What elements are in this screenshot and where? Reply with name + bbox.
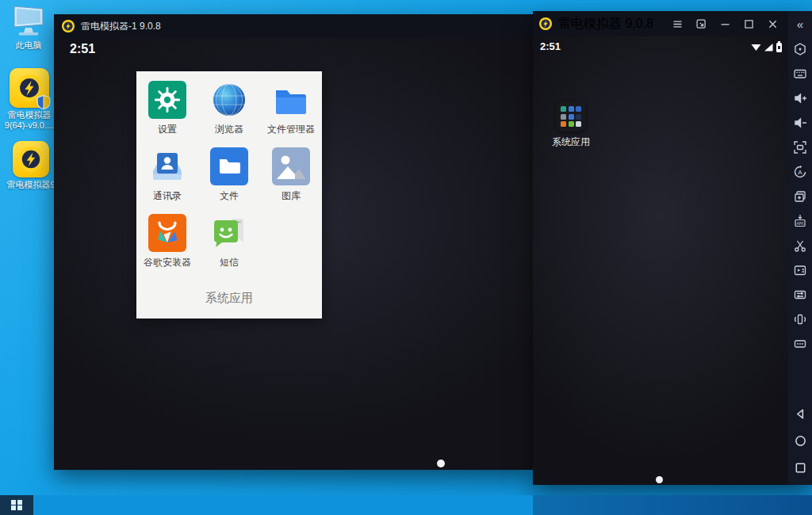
gallery-icon xyxy=(272,147,310,185)
android-back-icon[interactable] xyxy=(788,400,812,427)
app-contacts[interactable]: 通讯录 xyxy=(148,147,186,214)
ldplayer-shield-icon xyxy=(10,68,49,108)
shortcut-hexagon-icon[interactable] xyxy=(788,36,812,61)
browser-globe-icon xyxy=(210,81,248,119)
emulator2-title: 雷电模拟器 9.0.8 xyxy=(558,16,653,32)
windows-taskbar: FF xyxy=(0,495,812,515)
app-sms[interactable]: 短信 xyxy=(210,214,248,280)
app-file-manager[interactable]: 文件管理器 xyxy=(267,81,315,147)
folder-title: 系统应用 xyxy=(136,291,322,306)
sidebar-collapse-icon[interactable]: « xyxy=(788,11,812,36)
computer-icon xyxy=(10,5,47,38)
emulator-window-2: 雷电模拟器 9.0.8 2:51 xyxy=(533,11,812,485)
app-gallery[interactable]: 图库 xyxy=(272,147,310,214)
app-label: 浏览器 xyxy=(215,123,243,136)
app-label: 文件管理器 xyxy=(267,123,315,136)
sms-smiley-icon xyxy=(210,214,248,252)
google-installer-bag-icon xyxy=(148,214,186,252)
taskbar-dark-section xyxy=(533,495,812,515)
rotate-screen-icon[interactable]: A xyxy=(788,159,812,184)
emulator-toolbar-sidebar: « A xyxy=(788,11,812,485)
wifi-icon xyxy=(751,44,761,52)
app-label: 谷歌安装器 xyxy=(144,256,191,269)
svg-text:A: A xyxy=(798,169,802,176)
home-indicator-dot xyxy=(437,460,445,467)
app-label: 通讯录 xyxy=(153,189,182,203)
ldplayer-logo-icon xyxy=(539,17,552,30)
desktop-icon-label: 雷电模拟器 xyxy=(3,110,56,120)
ldplayer-icon xyxy=(13,141,49,177)
mini-mode-icon[interactable] xyxy=(695,17,707,30)
operation-recorder-icon[interactable] xyxy=(788,258,812,282)
desktop-icon-label: 此电脑 xyxy=(2,40,55,51)
files-folder-icon xyxy=(210,147,248,185)
app-label: 图库 xyxy=(282,189,301,203)
contacts-icon xyxy=(148,147,186,185)
emulator1-titlebar[interactable]: 雷电模拟器-1 9.0.8 xyxy=(54,14,533,38)
desktop-icon-label-2: 9(64)-v9.0.... xyxy=(3,120,56,131)
system-apps-folder-icon-home[interactable]: 系统应用 xyxy=(547,101,595,149)
titlebar-buttons xyxy=(671,11,779,36)
android-clock: 2:51 xyxy=(540,40,561,52)
folder-app-grid: 设置 浏览器 xyxy=(136,71,322,280)
emulator1-screen[interactable]: 2:51 xyxy=(54,38,533,470)
ldplayer-logo-icon xyxy=(62,20,75,32)
app-google-installer[interactable]: 谷歌安装器 xyxy=(144,214,191,280)
app-settings[interactable]: 设置 xyxy=(148,81,186,147)
android-recent-icon[interactable] xyxy=(788,454,812,481)
synchronizer-icon[interactable] xyxy=(788,282,812,307)
volume-down-icon[interactable] xyxy=(788,110,812,135)
minimize-icon[interactable] xyxy=(718,17,731,30)
android-clock: 2:51 xyxy=(70,42,95,56)
virtual-keyboard-icon[interactable] xyxy=(788,61,812,86)
android-home-icon[interactable] xyxy=(788,427,812,454)
multi-instance-icon[interactable] xyxy=(788,184,812,208)
file-manager-folder-icon xyxy=(272,81,310,119)
signal-icon xyxy=(764,44,773,52)
system-apps-folder-panel: 设置 浏览器 xyxy=(136,71,322,319)
desktop-icon-this-pc[interactable]: 此电脑 xyxy=(2,5,55,51)
volume-up-icon[interactable] xyxy=(788,86,812,110)
screenshot-scissors-icon[interactable] xyxy=(788,233,812,258)
android-status-icons xyxy=(751,42,782,52)
home-indicator-dot xyxy=(656,476,663,483)
desktop-icon-label: 雷电模拟器9 xyxy=(5,180,57,190)
app-label: 设置 xyxy=(158,123,177,136)
app-browser[interactable]: 浏览器 xyxy=(210,81,248,147)
app-label: 短信 xyxy=(220,256,239,269)
battery-icon xyxy=(776,43,782,52)
app-files[interactable]: 文件 xyxy=(210,147,248,214)
desktop-icon-ldplayer9-64[interactable]: 雷电模拟器 9(64)-v9.0.... xyxy=(3,68,56,131)
emulator2-titlebar[interactable]: 雷电模拟器 9.0.8 xyxy=(533,11,788,36)
apk-install-icon[interactable]: APK xyxy=(788,208,812,233)
svg-text:APK: APK xyxy=(796,221,804,225)
windows-start-icon xyxy=(11,500,22,511)
close-icon[interactable] xyxy=(766,17,779,30)
menu-icon[interactable] xyxy=(671,17,684,30)
system-apps-folder-icon xyxy=(556,101,586,132)
emulator1-title: 雷电模拟器-1 9.0.8 xyxy=(81,20,161,33)
maximize-icon[interactable] xyxy=(742,17,755,30)
emulator2-screen[interactable]: 2:51 系统应用 xyxy=(533,36,788,485)
fullscreen-icon[interactable] xyxy=(788,135,812,159)
shake-icon[interactable] xyxy=(788,307,812,331)
more-options-icon[interactable] xyxy=(788,331,812,356)
uac-shield-icon xyxy=(36,95,51,109)
home-folder-label: 系统应用 xyxy=(547,135,595,149)
emulator-window-1: 雷电模拟器-1 9.0.8 2:51 xyxy=(54,14,533,470)
settings-gear-icon xyxy=(148,81,186,119)
desktop-icon-ldplayer9[interactable]: 雷电模拟器9 xyxy=(5,141,57,190)
windows-start-button[interactable] xyxy=(0,495,33,515)
app-label: 文件 xyxy=(220,189,239,203)
windows-desktop: 此电脑 雷电模拟器 9(64)-v9.0.... 雷电模拟器9 雷电模拟器-1 … xyxy=(0,0,812,515)
